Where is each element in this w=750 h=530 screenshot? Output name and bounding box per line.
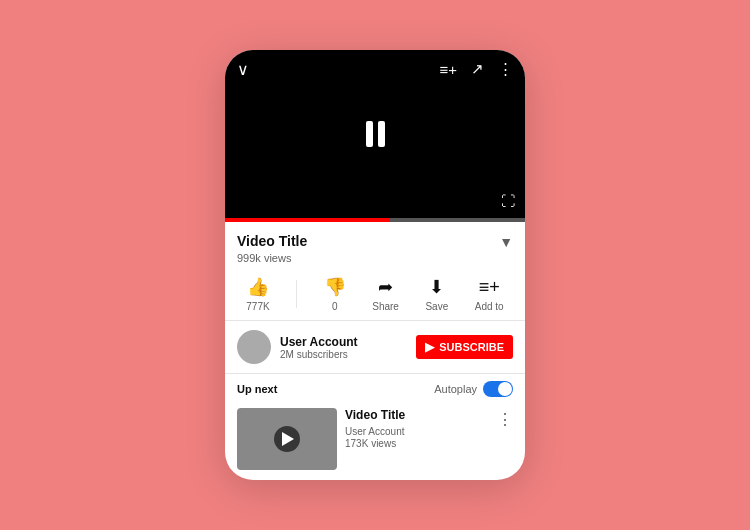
- rec-views: 173K views: [345, 438, 489, 449]
- subscribe-button[interactable]: ▶ SUBSCRIBE: [416, 335, 513, 359]
- phone-frame: ∨ ≡+ ↗ ⋮ ⛶ Video Title 999k views ▼ 👍: [225, 50, 525, 480]
- subscribe-label: SUBSCRIBE: [439, 341, 504, 353]
- add-to-button[interactable]: ≡+ Add to: [475, 277, 504, 312]
- rec-title[interactable]: Video Title: [345, 408, 489, 424]
- up-next-row: Up next Autoplay: [225, 374, 525, 402]
- chevron-down-icon[interactable]: ∨: [237, 60, 249, 79]
- rec-play-button[interactable]: [274, 426, 300, 452]
- subscribers-count: 2M subscribers: [280, 349, 358, 360]
- channel-info: User Account 2M subscribers: [237, 330, 358, 364]
- add-to-label: Add to: [475, 301, 504, 312]
- action-divider-1: [296, 280, 297, 308]
- rec-more-button[interactable]: ⋮: [497, 410, 513, 429]
- video-views: 999k views: [237, 252, 307, 264]
- channel-text: User Account 2M subscribers: [280, 335, 358, 360]
- up-next-label: Up next: [237, 383, 277, 395]
- save-icon: ⬇: [429, 276, 444, 298]
- dislike-icon: 👎: [324, 276, 346, 298]
- video-bottom-bar: ⛶: [501, 192, 515, 210]
- fullscreen-icon[interactable]: ⛶: [501, 193, 515, 209]
- queue-icon[interactable]: ≡+: [439, 61, 457, 78]
- share-icon: ➦: [378, 276, 393, 298]
- toggle-thumb: [498, 382, 512, 396]
- rec-info: Video Title User Account 173K views: [345, 408, 489, 449]
- autoplay-toggle[interactable]: [483, 381, 513, 397]
- more-icon[interactable]: ⋮: [498, 60, 513, 78]
- like-button[interactable]: 👍 777K: [246, 276, 269, 312]
- video-top-bar: ∨ ≡+ ↗ ⋮: [225, 60, 525, 79]
- share-icon[interactable]: ↗: [471, 60, 484, 78]
- channel-name[interactable]: User Account: [280, 335, 358, 349]
- dislike-count: 0: [332, 301, 338, 312]
- add-to-icon: ≡+: [479, 277, 500, 298]
- dislike-button[interactable]: 👎 0: [324, 276, 346, 312]
- recommended-item: Video Title User Account 173K views ⋮: [225, 402, 525, 480]
- autoplay-area: Autoplay: [434, 381, 513, 397]
- video-info-chevron-icon[interactable]: ▼: [499, 234, 513, 250]
- share-label: Share: [372, 301, 399, 312]
- rec-thumbnail[interactable]: [237, 408, 337, 470]
- video-info: Video Title 999k views ▼: [225, 222, 525, 270]
- channel-row: User Account 2M subscribers ▶ SUBSCRIBE: [225, 321, 525, 374]
- pause-icon[interactable]: [366, 121, 385, 147]
- save-label: Save: [425, 301, 448, 312]
- video-player[interactable]: ∨ ≡+ ↗ ⋮ ⛶: [225, 50, 525, 218]
- save-button[interactable]: ⬇ Save: [425, 276, 448, 312]
- share-button[interactable]: ➦ Share: [372, 276, 399, 312]
- video-title-block: Video Title 999k views: [237, 232, 307, 264]
- progress-bar[interactable]: [225, 218, 525, 222]
- autoplay-label: Autoplay: [434, 383, 477, 395]
- like-count: 777K: [246, 301, 269, 312]
- action-buttons: 👍 777K 👎 0 ➦ Share ⬇ Save ≡+ Add to: [225, 270, 525, 321]
- video-title: Video Title: [237, 232, 307, 250]
- video-top-icons: ≡+ ↗ ⋮: [439, 60, 513, 78]
- progress-bar-fill: [225, 218, 390, 222]
- avatar[interactable]: [237, 330, 271, 364]
- youtube-icon: ▶: [425, 340, 434, 354]
- like-icon: 👍: [247, 276, 269, 298]
- rec-channel[interactable]: User Account: [345, 426, 489, 437]
- rec-play-triangle-icon: [282, 432, 294, 446]
